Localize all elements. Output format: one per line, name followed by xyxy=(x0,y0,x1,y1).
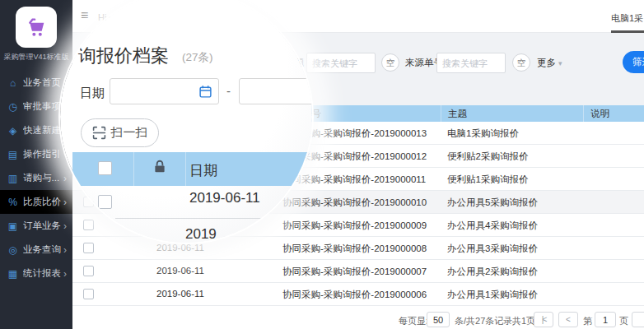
filter-button[interactable]: 筛选 xyxy=(623,51,644,73)
cell-date: 2019-06-11 xyxy=(156,243,204,253)
home-icon: ⌂ xyxy=(7,77,19,89)
query-icon: ◎ xyxy=(7,244,19,256)
sidebar-item-report[interactable]: ▦统计报表› xyxy=(0,262,72,285)
hamburger-menu-icon[interactable]: ≡ xyxy=(81,8,88,23)
date-from-input[interactable] xyxy=(110,78,219,104)
prev-page-button[interactable]: < xyxy=(558,312,578,327)
cell-subject: 办公用具4采购询报价 xyxy=(447,220,538,232)
chevron-right-icon: › xyxy=(63,268,67,280)
approval-icon: ◷ xyxy=(7,101,19,113)
cell-subject: 便利贴1采购询报价 xyxy=(447,174,528,186)
cell-subject: 办公用具1采购询报价 xyxy=(447,289,538,301)
quick-create-icon: ◈ xyxy=(7,125,19,137)
lock-icon xyxy=(152,159,167,174)
row-checkbox[interactable] xyxy=(83,220,94,230)
sidebar-item-home[interactable]: ⌂业务首页 xyxy=(0,71,72,95)
calendar-icon[interactable] xyxy=(198,85,212,99)
order-icon: ▣ xyxy=(7,220,19,232)
column-header-note[interactable]: 说明 xyxy=(583,105,644,122)
page-number-input[interactable]: 1 xyxy=(595,312,616,327)
scan-button[interactable]: 扫一扫 xyxy=(81,118,159,147)
subject-empty-toggle[interactable]: 空 xyxy=(381,53,399,72)
row-checkbox[interactable] xyxy=(83,243,94,253)
date-to-input[interactable] xyxy=(239,78,312,104)
sidebar-item-label: 订单业务 xyxy=(23,220,61,232)
sidebar-item-guide[interactable]: ▤操作指引 xyxy=(0,142,72,166)
table-row[interactable]: 2019-06-11协同采购-采购询报价-2019000006办公用具1采购询报… xyxy=(72,283,644,306)
table-row[interactable]: 2019-06-11协同采购-采购询报价-2019000007办公用具2采购询报… xyxy=(72,260,644,283)
page-suffix-label: 页 xyxy=(619,315,628,327)
record-count: (27条) xyxy=(182,50,213,65)
column-divider xyxy=(185,152,186,186)
tab-active-indicator xyxy=(611,30,644,33)
cell-subject: 办公用具2采购询报价 xyxy=(447,266,538,278)
column-header-date[interactable]: 日期 xyxy=(189,161,217,180)
sidebar-item-label: 比质比价 xyxy=(23,196,61,208)
cell-source: 协同采购-采购询报价-2019000009 xyxy=(282,220,427,232)
cell-subject: 便利贴2采购询报价 xyxy=(447,151,528,163)
app-title: 采购管理V41标准版 xyxy=(0,52,72,63)
pagination-bar: 每页显示 50 条/共27条记录 共1页 |< < 第 1 页 xyxy=(72,311,644,329)
sidebar-item-order[interactable]: ▣订单业务› xyxy=(0,214,72,238)
sidebar-item-label: 业务查询 xyxy=(23,243,61,256)
cell-subject: 办公用具5采购询报价 xyxy=(447,197,538,209)
total-pages-label: 共1页 xyxy=(512,315,535,327)
scan-icon xyxy=(92,126,106,140)
chevron-down-icon: ▾ xyxy=(558,59,562,67)
guide-icon: ▤ xyxy=(7,149,19,160)
report-icon: ▦ xyxy=(7,268,19,280)
chevron-right-icon: › xyxy=(63,197,67,208)
per-page-input[interactable]: 50 xyxy=(427,312,450,327)
cell-source: 协同采购-采购询报价-2019000006 xyxy=(282,289,427,301)
magnifier-lens: 询报价档案 (27条) 日期 - 扫一扫 xyxy=(60,0,312,243)
cell-subject: 办公用具3采购询报价 xyxy=(447,243,538,255)
page-prefix-label: 第 xyxy=(583,315,592,327)
row-checkbox[interactable] xyxy=(83,289,94,299)
source-filter-input[interactable] xyxy=(436,53,506,73)
price-compare-icon: % xyxy=(7,197,19,208)
first-page-button[interactable]: |< xyxy=(534,312,553,327)
date-filter-label: 日期 xyxy=(80,86,105,101)
sidebar-item-label: 统计报表 xyxy=(23,267,61,280)
chevron-right-icon: › xyxy=(63,220,67,232)
cell-subject: 电脑1采购询报价 xyxy=(447,127,519,140)
column-header-subject[interactable]: 主题 xyxy=(441,105,583,122)
sidebar-item-label: 业务首页 xyxy=(23,76,61,89)
page-title: 询报价档案 xyxy=(78,44,169,68)
records-count-label: 条/共27条记录 xyxy=(455,315,512,327)
app-window: 采购管理V41标准版 ⌂业务首页◷审批事项◈快速新建▤操作指引▥请购与...›%… xyxy=(0,0,644,329)
chevron-right-icon: › xyxy=(63,173,67,184)
sidebar-item-label: 快速新建 xyxy=(23,124,61,137)
tab-active-document[interactable]: 电脑1采 xyxy=(609,0,644,33)
table-row[interactable]: 2019-06-11协同采购-采购询报价-2019000008办公用具3采购询报… xyxy=(72,237,644,260)
cell-date: 2019-06-11 xyxy=(156,266,204,276)
sidebar-item-label: 审批事项 xyxy=(23,100,61,113)
sidebar-item-query[interactable]: ◎业务查询› xyxy=(0,238,72,262)
cell-source: 协同采购-采购询报价-2019000007 xyxy=(282,266,427,278)
sidebar-item-label: 请购与... xyxy=(23,172,59,184)
subject-filter-input[interactable] xyxy=(306,53,376,73)
tab-label: 电脑1采 xyxy=(611,12,643,25)
chevron-right-icon: › xyxy=(63,244,67,256)
row-checkbox[interactable] xyxy=(83,266,94,276)
source-empty-toggle[interactable]: 空 xyxy=(512,53,530,72)
sidebar-item-purchase-request[interactable]: ▥请购与...› xyxy=(0,166,72,190)
sidebar-item-label: 操作指引 xyxy=(23,148,61,160)
next-page-button[interactable] xyxy=(632,312,644,327)
purchase-request-icon: ▥ xyxy=(7,173,19,184)
row-checkbox[interactable] xyxy=(98,195,112,209)
scan-button-label: 扫一扫 xyxy=(111,125,148,141)
cell-source: 协同采购-采购询报价-2019000008 xyxy=(282,243,427,255)
sidebar: 采购管理V41标准版 ⌂业务首页◷审批事项◈快速新建▤操作指引▥请购与...›%… xyxy=(0,0,72,329)
shopping-cart-icon xyxy=(23,14,49,40)
app-logo xyxy=(16,7,57,48)
select-all-checkbox[interactable] xyxy=(98,161,112,175)
cell-source: 协同采购-采购询报价-2019000010 xyxy=(282,197,427,209)
row-date-value: 2019-06-11 xyxy=(189,190,260,206)
sidebar-item-price-compare[interactable]: %比质比价› xyxy=(0,190,72,214)
cell-source: 协同采购-采购询报价-2019000011 xyxy=(282,174,426,186)
row-divider xyxy=(115,218,264,219)
cell-date: 2019-06-11 xyxy=(156,289,204,299)
more-filters-button[interactable]: 更多▾ xyxy=(537,57,562,69)
column-divider xyxy=(133,152,134,186)
